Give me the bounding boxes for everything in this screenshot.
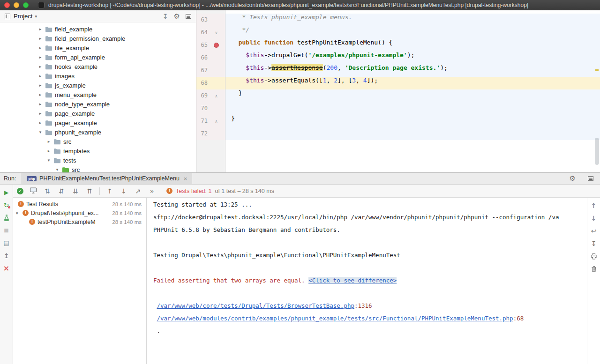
project-tree-item[interactable]: ▸src	[0, 137, 196, 146]
editor-line-gutter[interactable]: 72	[196, 127, 225, 140]
console-link[interactable]: <Click to see difference>	[308, 277, 397, 284]
soft-wrap-button[interactable]: ↩	[591, 227, 597, 235]
gear-icon[interactable]: ⚙	[174, 12, 180, 21]
editor-line[interactable]: 64∨ */	[196, 26, 600, 39]
test-method-row[interactable]: ! testPhpUnitExampleM 28 s 140 ms	[13, 217, 146, 226]
editor-line-gutter[interactable]: 67	[196, 64, 225, 77]
project-tree-item[interactable]: ▸hooks_example	[0, 62, 196, 71]
project-tree-item[interactable]: ▾src	[0, 165, 196, 172]
editor-scrollbar[interactable]	[595, 138, 599, 165]
open-source-button[interactable]: ↗	[134, 187, 142, 195]
chevron-right-icon[interactable]: ▸	[37, 120, 44, 125]
console-link[interactable]: /var/www/web/modules/contrib/examples/ph…	[157, 315, 513, 322]
chevron-right-icon[interactable]: ▸	[37, 36, 44, 41]
chevron-down-icon[interactable]: ▾	[45, 158, 52, 163]
editor[interactable]: 63 * Tests phpunit_example menus.64∨ */6…	[196, 10, 600, 172]
editor-line[interactable]: 65 public function testPhpUnitExampleMen…	[196, 39, 600, 52]
project-tree-item[interactable]: ▸images	[0, 71, 196, 81]
test-console[interactable]: Testing started at 13:25 ...sftp://docke…	[147, 198, 587, 364]
chevron-right-icon[interactable]: ▸	[45, 139, 52, 144]
collapse-all-button[interactable]: ⇈	[85, 187, 94, 195]
rerun-tests-button[interactable]: ▶	[4, 189, 8, 196]
previous-failed-test-button[interactable]: ↑	[105, 187, 114, 195]
chevron-right-icon[interactable]: ▸	[37, 102, 44, 106]
editor-line[interactable]: 66 $this->drupalGet('/examples/phpunit-e…	[196, 52, 600, 64]
editor-line[interactable]: 67 $this->assertResponse(200, 'Descripti…	[196, 64, 600, 77]
sort-by-duration-button[interactable]: ⇵	[57, 187, 66, 195]
fold-icon[interactable]: ∧	[208, 89, 225, 102]
fold-icon[interactable]: ∨	[208, 26, 225, 39]
editor-line-gutter[interactable]: 71∧	[196, 115, 225, 127]
console-link[interactable]: /var/www/web/core/tests/Drupal/Tests/Bro…	[157, 302, 354, 309]
editor-line-gutter[interactable]: 70	[196, 102, 225, 115]
close-tab-icon[interactable]: ×	[184, 175, 188, 182]
project-tree-item[interactable]: ▸page_example	[0, 109, 196, 118]
project-tree-item[interactable]: ▸node_type_example	[0, 99, 196, 109]
chevron-right-icon[interactable]: ▸	[37, 92, 44, 97]
editor-line[interactable]: 71∧}	[196, 115, 600, 127]
collapse-all-icon[interactable]: ↧	[163, 13, 168, 20]
chevron-right-icon[interactable]: ▸	[37, 27, 44, 31]
up-stacktrace-button[interactable]: ↑	[591, 202, 597, 209]
editor-line[interactable]: 69∧ }	[196, 89, 600, 102]
close-window-button[interactable]	[4, 2, 10, 8]
toggle-auto-test-button[interactable]	[3, 214, 10, 222]
editor-line-gutter[interactable]: 64∨	[196, 26, 225, 39]
chevron-right-icon[interactable]: ▸	[37, 111, 44, 116]
gear-icon[interactable]: ⚙	[570, 174, 576, 183]
expand-all-button[interactable]: ⇊	[71, 187, 80, 195]
stop-button[interactable]: ■	[4, 227, 8, 234]
fold-icon[interactable]: ∧	[208, 115, 225, 127]
chevron-down-icon[interactable]: ▾	[16, 211, 22, 215]
editor-line[interactable]: 63 * Tests phpunit_example menus.	[196, 14, 600, 26]
project-tree-item[interactable]: ▸form_api_example	[0, 52, 196, 62]
test-results-row[interactable]: ! Test Results 28 s 140 ms	[13, 200, 146, 208]
export-test-results-button[interactable]: ↥	[4, 252, 9, 260]
project-tree-item[interactable]: ▾tests	[0, 156, 196, 165]
chevron-down-icon[interactable]: ▾	[35, 14, 37, 19]
error-stripe-mark[interactable]	[595, 69, 599, 71]
project-tree-item[interactable]: ▸pager_example	[0, 118, 196, 127]
rerun-failed-tests-button[interactable]: ↻	[4, 201, 9, 209]
chevron-right-icon[interactable]: ▸	[37, 74, 44, 78]
project-tree-item[interactable]: ▸js_example	[0, 81, 196, 90]
down-stacktrace-button[interactable]: ↓	[591, 215, 597, 222]
show-passed-button[interactable]: ✓	[17, 188, 23, 194]
zoom-window-button[interactable]	[23, 2, 29, 8]
editor-line-gutter[interactable]: 69∧	[196, 89, 225, 102]
project-tree-item[interactable]: ▸file_example	[0, 43, 196, 52]
editor-line[interactable]: 68 $this->assertEquals([1, 2], [3, 4]);	[196, 77, 600, 89]
failed-test-marker-icon[interactable]	[208, 39, 225, 52]
editor-line[interactable]: 70	[196, 102, 600, 115]
project-tree-item[interactable]: ▸field_permission_example	[0, 34, 196, 43]
project-tree-item[interactable]: ▸templates	[0, 146, 196, 156]
test-class-row[interactable]: ▾ ! Drupal\Tests\phpunit_ex... 28 s 140 …	[13, 208, 146, 217]
scroll-to-end-button[interactable]: ↧	[591, 240, 597, 247]
chevron-right-icon[interactable]: ▸	[37, 83, 44, 88]
chevron-down-icon[interactable]: ▾	[53, 167, 61, 172]
editor-line-gutter[interactable]: 63	[196, 14, 225, 26]
chevron-right-icon[interactable]: ▸	[37, 64, 44, 69]
editor-line-gutter[interactable]: 68	[196, 77, 225, 89]
hide-panel-icon[interactable]	[588, 176, 593, 181]
more-actions-icon[interactable]: »	[148, 187, 156, 195]
run-tab[interactable]: php PHPUnitExampleMenuTest.testPhpUnitEx…	[22, 173, 192, 184]
chevron-down-icon[interactable]: ▾	[37, 130, 44, 134]
editor-line-gutter[interactable]: 65	[196, 39, 225, 52]
hide-panel-icon[interactable]	[186, 14, 191, 19]
next-failed-test-button[interactable]: ↓	[120, 187, 128, 195]
print-button[interactable]	[590, 253, 598, 260]
project-tree-item[interactable]: ▸field_example	[0, 24, 196, 34]
show-console-button[interactable]	[29, 187, 38, 195]
chevron-right-icon[interactable]: ▸	[45, 149, 52, 153]
project-tree-item[interactable]: ▾phpunit_example	[0, 127, 196, 137]
project-tree-item[interactable]: ▸menu_example	[0, 90, 196, 99]
editor-line-gutter[interactable]: 66	[196, 52, 225, 64]
editor-line[interactable]: 72	[196, 127, 600, 140]
clear-console-button[interactable]	[590, 265, 598, 273]
close-run-panel-button[interactable]: ×	[3, 265, 9, 272]
test-history-button[interactable]: ▤	[3, 239, 9, 247]
chevron-right-icon[interactable]: ▸	[37, 55, 44, 59]
sort-alphabetically-button[interactable]: ⇅	[43, 187, 52, 195]
chevron-right-icon[interactable]: ▸	[37, 45, 44, 50]
